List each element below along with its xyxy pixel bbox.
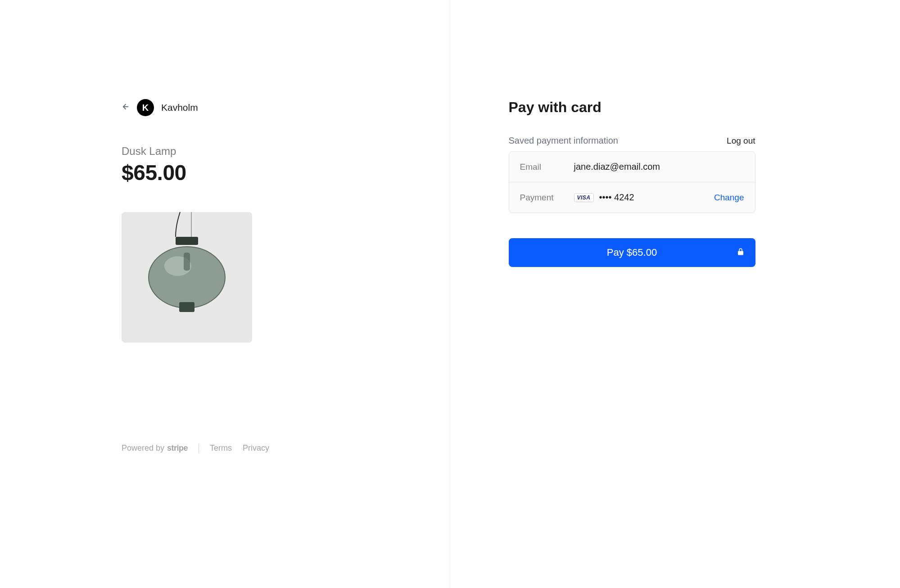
powered-by-text: Powered by (122, 443, 164, 453)
email-value: jane.diaz@email.com (574, 162, 744, 172)
pay-title: Pay with card (509, 99, 900, 116)
payment-panel: Pay with card Saved payment information … (450, 0, 900, 588)
pay-button-label: Pay $65.00 (607, 247, 657, 258)
visa-icon: VISA (574, 193, 594, 202)
lock-icon (737, 247, 745, 258)
email-label: Email (520, 162, 574, 172)
product-price: $65.00 (122, 160, 450, 185)
change-payment-link[interactable]: Change (714, 193, 744, 203)
payment-label: Payment (520, 193, 574, 203)
footer: Powered by stripe Terms Privacy (122, 443, 269, 453)
logout-link[interactable]: Log out (727, 136, 755, 146)
privacy-link[interactable]: Privacy (243, 443, 269, 453)
saved-info-header: Saved payment information Log out (509, 136, 755, 146)
back-arrow-icon[interactable] (122, 103, 130, 113)
svg-rect-3 (176, 237, 198, 245)
stripe-logo: stripe (167, 443, 188, 453)
brand-logo: K (137, 99, 154, 116)
terms-link[interactable]: Terms (210, 443, 232, 453)
email-row: Email jane.diaz@email.com (509, 152, 755, 182)
svg-rect-7 (179, 302, 194, 312)
powered-by-stripe[interactable]: Powered by stripe (122, 443, 188, 453)
order-summary-panel: K Kavholm Dusk Lamp $65.00 Powered by st… (0, 0, 450, 588)
product-name: Dusk Lamp (122, 145, 450, 158)
brand-header: K Kavholm (122, 99, 450, 116)
svg-rect-8 (184, 253, 190, 271)
card-last4: •••• 4242 (599, 192, 634, 203)
brand-name: Kavholm (161, 102, 198, 113)
pay-button[interactable]: Pay $65.00 (509, 238, 755, 267)
payment-value: VISA •••• 4242 (574, 192, 714, 203)
product-image (122, 212, 252, 343)
footer-divider (199, 444, 199, 453)
saved-payment-card: Email jane.diaz@email.com Payment VISA •… (509, 151, 755, 213)
saved-info-label: Saved payment information (509, 136, 618, 146)
payment-row: Payment VISA •••• 4242 Change (509, 182, 755, 213)
